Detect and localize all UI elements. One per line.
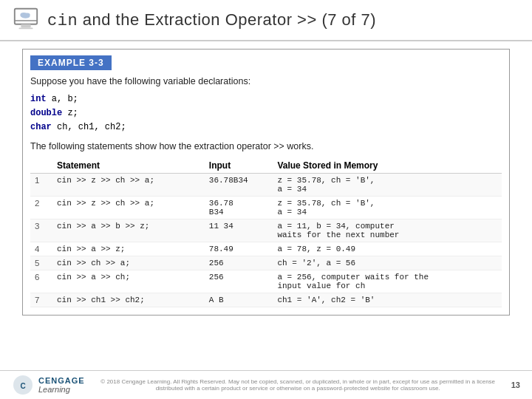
table-row: 4cin >> a >> z;78.49a = 78, z = 0.49 bbox=[30, 242, 502, 256]
col-value: Value Stored in Memory bbox=[273, 158, 502, 174]
main-content: EXAMPLE 3-3 Suppose you have the followi… bbox=[0, 41, 532, 327]
row-value: ch = '2', a = 56 bbox=[273, 256, 502, 270]
keyword-char: char bbox=[30, 122, 52, 132]
row-input: 36.78B34 bbox=[205, 173, 273, 196]
table-row: 6cin >> a >> ch;256a = 256, computer wai… bbox=[30, 270, 502, 293]
row-num: 3 bbox=[30, 219, 52, 242]
code-line-2: z; bbox=[62, 108, 78, 118]
monitor-icon bbox=[12, 6, 40, 34]
row-input: 36.78 B34 bbox=[205, 196, 273, 219]
code-line-1: a, b; bbox=[47, 94, 78, 104]
row-num: 2 bbox=[30, 196, 52, 219]
footer-page-number: 13 bbox=[511, 381, 520, 389]
row-num: 5 bbox=[30, 256, 52, 270]
col-input: Input bbox=[205, 158, 273, 174]
page-title: cin and the Extraction Operator >> (7 of… bbox=[47, 10, 376, 30]
page-header: cin and the Extraction Operator >> (7 of… bbox=[0, 0, 532, 41]
learning-text: Learning bbox=[38, 385, 85, 394]
col-num bbox=[30, 158, 52, 174]
row-input: 11 34 bbox=[205, 219, 273, 242]
row-input: 256 bbox=[205, 270, 273, 293]
table-row: 1cin >> z >> ch >> a;36.78B34z = 35.78, … bbox=[30, 173, 502, 196]
cengage-text: CENGAGE bbox=[38, 376, 85, 385]
svg-rect-2 bbox=[19, 27, 33, 29]
example-box: EXAMPLE 3-3 Suppose you have the followi… bbox=[22, 49, 510, 316]
code-block: int a, b; double z; char ch, ch1, ch2; bbox=[30, 92, 502, 135]
example-body: Suppose you have the following variable … bbox=[23, 76, 509, 315]
row-statement: cin >> a >> ch; bbox=[52, 270, 205, 293]
footer-brand: CENGAGE Learning bbox=[38, 376, 85, 394]
footer-copyright: © 2018 Cengage Learning. All Rights Rese… bbox=[85, 378, 511, 392]
footer-logo: C CENGAGE Learning bbox=[12, 374, 85, 396]
col-statement: Statement bbox=[52, 158, 205, 174]
row-value: a = 11, b = 34, computer waits for the n… bbox=[273, 219, 502, 242]
keyword-double: double bbox=[30, 108, 62, 118]
keyword-int: int bbox=[30, 94, 47, 104]
row-num: 1 bbox=[30, 173, 52, 196]
row-num: 4 bbox=[30, 242, 52, 256]
svg-text:C: C bbox=[20, 382, 25, 390]
statement-table: Statement Input Value Stored in Memory 1… bbox=[30, 158, 502, 307]
row-statement: cin >> ch1 >> ch2; bbox=[52, 293, 205, 307]
svg-point-5 bbox=[21, 15, 30, 18]
row-statement: cin >> ch >> a; bbox=[52, 256, 205, 270]
row-num: 7 bbox=[30, 293, 52, 307]
row-value: a = 78, z = 0.49 bbox=[273, 242, 502, 256]
svg-rect-1 bbox=[21, 24, 30, 28]
row-input: 78.49 bbox=[205, 242, 273, 256]
row-value: ch1 = 'A', ch2 = 'B' bbox=[273, 293, 502, 307]
example-label: EXAMPLE 3-3 bbox=[30, 55, 112, 70]
row-value: z = 35.78, ch = 'B', a = 34 bbox=[273, 196, 502, 219]
cengage-logo-icon: C bbox=[12, 374, 34, 396]
page-footer: C CENGAGE Learning © 2018 Cengage Learni… bbox=[0, 370, 532, 399]
table-row: 2cin >> z >> ch >> a;36.78 B34z = 35.78,… bbox=[30, 196, 502, 219]
row-statement: cin >> a >> z; bbox=[52, 242, 205, 256]
row-input: 256 bbox=[205, 256, 273, 270]
row-input: A B bbox=[205, 293, 273, 307]
intro-text: Suppose you have the following variable … bbox=[30, 76, 502, 86]
row-value: a = 256, computer waits for the input va… bbox=[273, 270, 502, 293]
stmt-text: The following statements show how the ex… bbox=[30, 141, 502, 152]
table-row: 7cin >> ch1 >> ch2;A Bch1 = 'A', ch2 = '… bbox=[30, 293, 502, 307]
row-num: 6 bbox=[30, 270, 52, 293]
row-statement: cin >> z >> ch >> a; bbox=[52, 196, 205, 219]
row-statement: cin >> z >> ch >> a; bbox=[52, 173, 205, 196]
table-row: 5cin >> ch >> a;256ch = '2', a = 56 bbox=[30, 256, 502, 270]
row-statement: cin >> a >> b >> z; bbox=[52, 219, 205, 242]
table-row: 3cin >> a >> b >> z;11 34a = 11, b = 34,… bbox=[30, 219, 502, 242]
code-line-3: ch, ch1, ch2; bbox=[52, 122, 126, 132]
row-value: z = 35.78, ch = 'B', a = 34 bbox=[273, 173, 502, 196]
